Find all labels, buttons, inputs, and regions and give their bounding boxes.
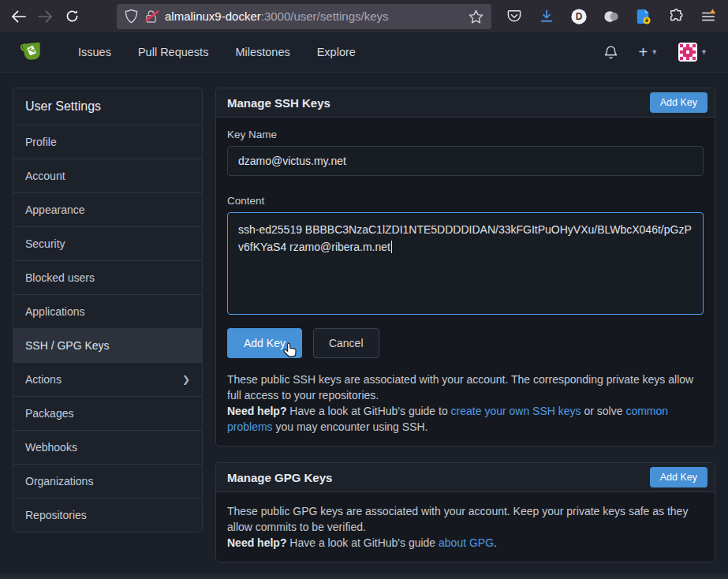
url-bar[interactable]: almalinux9-docker:3000/user/settings/key… — [117, 4, 491, 29]
back-button[interactable] — [5, 5, 32, 28]
sidebar-item-webhooks[interactable]: Webhooks — [13, 430, 202, 464]
ssh-key-content: ssh-ed25519 BBBBC3NzaC1lZDI1NTE5DDDDIDAN… — [238, 223, 692, 253]
sidebar-item-actions[interactable]: Actions ❯ — [13, 362, 202, 396]
sidebar-item-applications[interactable]: Applications — [13, 294, 202, 328]
key-name-input[interactable] — [227, 146, 704, 176]
url-host: almalinux9-docker — [165, 9, 261, 23]
extension-circles-icon[interactable] — [598, 5, 625, 28]
sidebar-title: User Settings — [13, 88, 202, 125]
form-buttons: Add Key Cancel — [227, 328, 704, 358]
bell-icon — [604, 45, 618, 60]
ssh-panel-header: Manage SSH Keys Add Key — [216, 88, 715, 118]
ssh-panel-title: Manage SSH Keys — [227, 96, 330, 110]
gitea-logo[interactable] — [19, 40, 44, 64]
ssh-keys-guide-link[interactable]: create your own SSH keys — [451, 405, 581, 417]
gpg-guide-link[interactable]: about GPG — [439, 536, 494, 549]
sidebar-item-label: Actions — [25, 373, 62, 386]
nav-link-pull-requests[interactable]: Pull Requests — [125, 39, 222, 65]
settings-main: Manage SSH Keys Add Key Key Name Content… — [215, 88, 715, 578]
reload-button[interactable] — [58, 5, 85, 28]
app-navbar: Issues Pull Requests Milestones Explore … — [0, 32, 728, 73]
text-cursor — [391, 241, 393, 253]
notifications-button[interactable] — [599, 42, 622, 63]
downloads-icon[interactable] — [533, 5, 560, 28]
pocket-icon[interactable] — [501, 5, 528, 28]
bookmark-star-icon[interactable] — [469, 9, 483, 24]
user-menu-dropdown[interactable]: ▼ — [674, 39, 712, 65]
gpg-desc: These public GPG keys are associated wit… — [227, 505, 688, 533]
sidebar-item-repositories[interactable]: Repositories — [13, 498, 202, 532]
sidebar-item-profile[interactable]: Profile — [13, 125, 202, 159]
sidebar-item-blocked-users[interactable]: Blocked users — [13, 260, 202, 294]
chevron-right-icon: ❯ — [182, 374, 190, 385]
svg-text:D: D — [576, 11, 583, 22]
sidebar-item-organizations[interactable]: Organizations — [13, 464, 202, 498]
ssh-keys-panel: Manage SSH Keys Add Key Key Name Content… — [215, 88, 715, 446]
gpg-need-help: Need help? — [227, 536, 286, 549]
nav-link-issues[interactable]: Issues — [65, 39, 125, 65]
plus-icon: + — [638, 44, 648, 60]
forward-arrow-icon — [38, 10, 53, 23]
extension-d-icon[interactable]: D — [566, 5, 592, 28]
forward-button — [32, 5, 58, 28]
reload-icon — [65, 9, 79, 23]
browser-toolbar: almalinux9-docker:3000/user/settings/key… — [0, 0, 728, 32]
gpg-panel-body: These public GPG keys are associated wit… — [216, 492, 715, 562]
sidebar-item-security[interactable]: Security — [13, 226, 202, 260]
ssh-desc: These public SSH keys are associated wit… — [227, 373, 693, 402]
gpg-panel-title: Manage GPG Keys — [227, 471, 332, 484]
ssh-add-key-header-button[interactable]: Add Key — [650, 92, 707, 113]
create-new-dropdown[interactable]: + ▼ — [633, 41, 663, 63]
gpg-add-key-header-button[interactable]: Add Key — [650, 467, 707, 487]
sidebar-item-account[interactable]: Account — [13, 159, 202, 192]
extension-doc-badge-icon[interactable] — [630, 5, 657, 28]
menu-hamburger-icon[interactable] — [695, 5, 722, 28]
gpg-keys-panel: Manage GPG Keys Add Key These public GPG… — [215, 462, 715, 562]
nav-link-explore[interactable]: Explore — [304, 39, 369, 65]
extensions-puzzle-icon[interactable] — [663, 5, 689, 28]
insecure-lock-icon[interactable] — [145, 9, 158, 24]
chevron-down-icon: ▼ — [651, 48, 658, 56]
gpg-help-text: These public GPG keys are associated wit… — [227, 503, 704, 551]
cancel-button[interactable]: Cancel — [313, 328, 379, 358]
url-path: :3000/user/settings/keys — [261, 9, 389, 23]
sidebar-item-ssh-gpg-keys[interactable]: SSH / GPG Keys — [13, 328, 202, 362]
gpg-panel-header: Manage GPG Keys Add Key — [216, 463, 715, 492]
footer-strip — [0, 573, 728, 579]
content-label: Content — [227, 195, 704, 207]
sidebar-item-packages[interactable]: Packages — [13, 396, 202, 430]
add-key-submit-button[interactable]: Add Key — [227, 328, 302, 358]
navbar-right: + ▼ ▼ — [599, 39, 712, 65]
key-name-label: Key Name — [227, 129, 704, 140]
page-content: User Settings Profile Account Appearance… — [0, 73, 728, 578]
chevron-down-icon: ▼ — [700, 48, 707, 56]
avatar — [678, 43, 697, 62]
ssh-help-text: These public SSH keys are associated wit… — [227, 372, 704, 435]
toolbar-extensions: D — [501, 5, 722, 28]
settings-sidebar: User Settings Profile Account Appearance… — [13, 88, 203, 532]
sidebar-item-appearance[interactable]: Appearance — [13, 192, 202, 226]
nav-link-milestones[interactable]: Milestones — [222, 39, 303, 65]
ssh-need-help: Need help? — [227, 405, 286, 417]
shield-icon[interactable] — [125, 9, 138, 24]
content-textarea[interactable]: ssh-ed25519 BBBBC3NzaC1lZDI1NTE5DDDDIDAN… — [227, 212, 704, 315]
back-arrow-icon — [11, 10, 26, 23]
ssh-panel-body: Key Name Content ssh-ed25519 BBBBC3NzaC1… — [216, 118, 715, 446]
url-text: almalinux9-docker:3000/user/settings/key… — [165, 9, 461, 23]
